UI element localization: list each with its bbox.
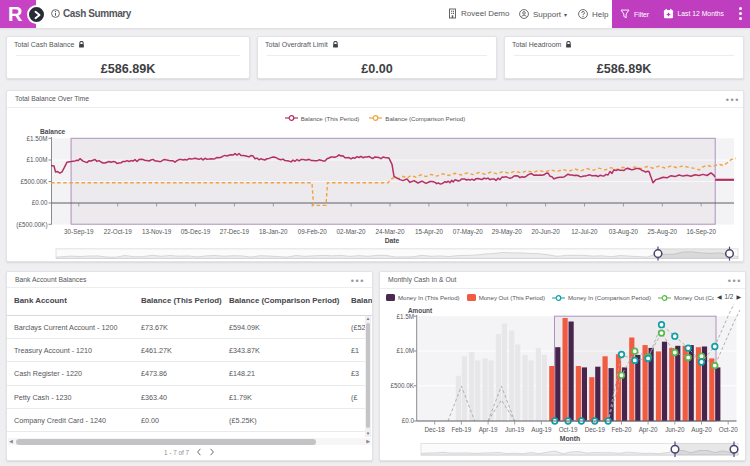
svg-text:Oct-19: Oct-19: [559, 426, 578, 433]
svg-text:20-Jun-20: 20-Jun-20: [531, 228, 560, 235]
svg-text:Jun-19: Jun-19: [505, 426, 525, 433]
svg-text:£0.00: £0.00: [32, 199, 48, 206]
svg-text:05-Dec-19: 05-Dec-19: [181, 228, 211, 235]
svg-text:Dec-18: Dec-18: [425, 426, 446, 433]
svg-text:Feb-19: Feb-19: [451, 426, 471, 433]
svg-text:(£500.00K): (£500.00K): [16, 221, 47, 229]
svg-text:Aug-20: Aug-20: [691, 426, 712, 434]
svg-text:£1.50M: £1.50M: [26, 135, 47, 142]
svg-text:£500.00K: £500.00K: [21, 178, 49, 185]
svg-text:30-Sep-19: 30-Sep-19: [64, 228, 94, 236]
svg-text:25-Aug-20: 25-Aug-20: [648, 228, 678, 236]
svg-text:07-May-20: 07-May-20: [453, 228, 484, 236]
svg-text:Apr-20: Apr-20: [639, 426, 658, 434]
svg-text:Date: Date: [385, 237, 400, 244]
svg-text:13-Nov-19: 13-Nov-19: [142, 228, 172, 235]
svg-text:Balance: Balance: [40, 128, 66, 135]
svg-text:09-Feb-20: 09-Feb-20: [298, 228, 328, 235]
svg-text:Amount: Amount: [408, 307, 433, 314]
svg-text:Month: Month: [560, 435, 580, 442]
svg-text:Jun-20: Jun-20: [665, 426, 685, 433]
svg-text:02-Mar-20: 02-Mar-20: [337, 228, 367, 235]
svg-text:29-May-20: 29-May-20: [492, 228, 523, 236]
svg-text:24-Mar-20: 24-Mar-20: [375, 228, 405, 235]
svg-text:Feb-20: Feb-20: [612, 426, 632, 433]
svg-text:£500.0K: £500.0K: [391, 382, 415, 389]
svg-text:£0.0: £0.0: [402, 417, 415, 424]
svg-text:12-Jul-20: 12-Jul-20: [571, 228, 598, 235]
svg-text:Oct-20: Oct-20: [719, 426, 738, 433]
svg-text:Dec-19: Dec-19: [585, 426, 606, 433]
svg-text:15-Apr-20: 15-Apr-20: [415, 228, 443, 236]
svg-text:18-Jan-20: 18-Jan-20: [259, 228, 288, 235]
svg-text:£1.0M: £1.0M: [396, 347, 414, 354]
svg-text:16-Sep-20: 16-Sep-20: [686, 228, 716, 236]
svg-text:03-Aug-20: 03-Aug-20: [609, 228, 639, 236]
svg-text:£1.00M: £1.00M: [26, 156, 47, 163]
svg-text:22-Oct-19: 22-Oct-19: [104, 228, 132, 235]
svg-text:27-Dec-19: 27-Dec-19: [220, 228, 250, 235]
svg-text:Apr-19: Apr-19: [479, 426, 498, 434]
svg-text:Aug-19: Aug-19: [531, 426, 552, 434]
